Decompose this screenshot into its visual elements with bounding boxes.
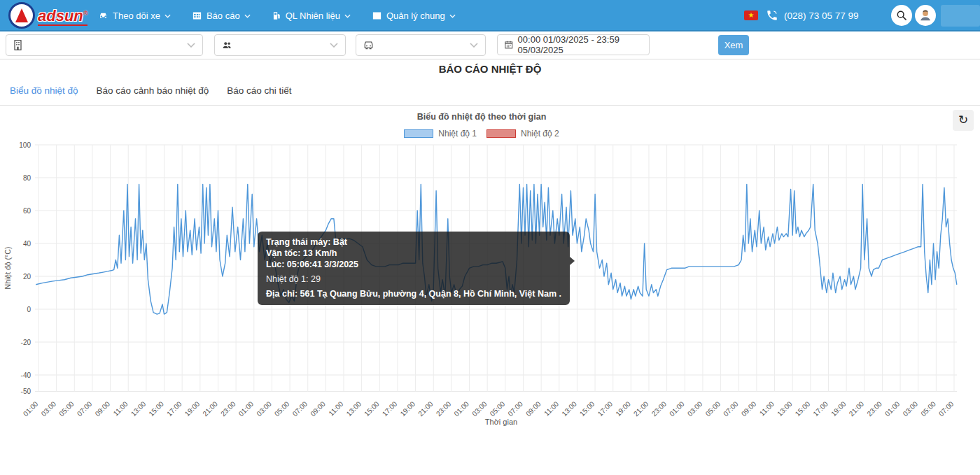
svg-text:0: 0 xyxy=(27,306,31,313)
svg-text:100: 100 xyxy=(19,141,31,149)
building-icon xyxy=(13,40,22,50)
svg-text:23:00: 23:00 xyxy=(219,399,237,418)
svg-text:11:00: 11:00 xyxy=(542,399,560,417)
chevron-down-icon xyxy=(164,14,171,18)
svg-text:21:00: 21:00 xyxy=(201,399,219,418)
management-icon xyxy=(372,10,382,21)
date-range-value: 00:00 01/03/2025 - 23:59 05/03/2025 xyxy=(518,34,642,55)
tab-bao-cao-chi-tiet[interactable]: Báo cáo chi tiết xyxy=(227,85,291,96)
svg-text:Thời gian: Thời gian xyxy=(485,418,517,426)
menu-bao-cao[interactable]: Báo cáo xyxy=(192,10,251,21)
tooltip-engine-state: Trạng thái máy: Bật xyxy=(266,236,561,248)
chevron-down-icon xyxy=(470,43,478,48)
svg-text:13:00: 13:00 xyxy=(130,399,148,418)
svg-text:21:00: 21:00 xyxy=(848,399,866,418)
svg-text:03:00: 03:00 xyxy=(686,399,704,418)
search-icon xyxy=(896,10,907,21)
tooltip-time: Lúc: 05:06:41 3/3/2025 xyxy=(266,259,561,270)
adsun-logo[interactable]: adsun® xyxy=(8,2,88,29)
search-button[interactable] xyxy=(891,5,912,26)
vehicle-select[interactable] xyxy=(356,34,486,56)
tab-bao-cao-canh-bao[interactable]: Báo cáo cảnh báo nhiệt độ xyxy=(97,85,209,96)
calendar-icon xyxy=(505,40,513,50)
svg-text:01:00: 01:00 xyxy=(883,399,902,418)
svg-text:40: 40 xyxy=(23,240,31,248)
svg-text:20: 20 xyxy=(23,273,31,281)
svg-text:17:00: 17:00 xyxy=(381,399,399,418)
fuel-icon xyxy=(272,10,281,21)
adsun-logo-icon xyxy=(8,2,35,29)
user-profile-button[interactable] xyxy=(915,5,936,26)
svg-text:23:00: 23:00 xyxy=(435,399,453,418)
svg-text:01:00: 01:00 xyxy=(22,399,40,418)
top-navbar: adsun® Theo dõi xe Báo cáo QL Nhiên liệu… xyxy=(0,0,980,31)
car-icon xyxy=(98,10,108,21)
company-select[interactable] xyxy=(6,34,203,56)
chart-tooltip: Trạng thái máy: Bật Vận tốc: 13 Km/h Lúc… xyxy=(258,232,570,305)
svg-text:11:00: 11:00 xyxy=(327,399,344,417)
page-title: BÁO CÁO NHIỆT ĐỘ xyxy=(0,63,980,75)
brand-name: adsun® xyxy=(38,5,88,26)
svg-text:03:00: 03:00 xyxy=(470,399,489,418)
svg-text:19:00: 19:00 xyxy=(614,399,632,418)
tab-bieu-do-nhiet-do[interactable]: Biểu đồ nhiệt độ xyxy=(10,85,78,96)
menu-label: Quản lý chung xyxy=(386,10,445,21)
svg-text:23:00: 23:00 xyxy=(865,399,883,418)
svg-text:19:00: 19:00 xyxy=(399,399,417,418)
svg-text:05:00: 05:00 xyxy=(273,399,291,418)
svg-text:17:00: 17:00 xyxy=(165,399,183,418)
svg-text:21:00: 21:00 xyxy=(632,399,650,418)
hotline-number[interactable]: (028) 73 05 77 99 xyxy=(784,0,859,31)
svg-text:15:00: 15:00 xyxy=(147,399,165,418)
nav-right-panel[interactable] xyxy=(941,5,980,27)
svg-text:01:00: 01:00 xyxy=(452,399,470,418)
svg-text:11:00: 11:00 xyxy=(758,399,776,417)
svg-text:13:00: 13:00 xyxy=(776,399,794,418)
svg-text:23:00: 23:00 xyxy=(650,399,668,418)
svg-text:07:00: 07:00 xyxy=(937,399,955,418)
users-icon xyxy=(222,41,232,50)
group-select[interactable] xyxy=(214,34,346,56)
tooltip-arrow-icon xyxy=(570,257,575,265)
user-avatar-icon xyxy=(918,8,933,23)
filter-bar: 00:00 01/03/2025 - 23:59 05/03/2025 Xem xyxy=(0,31,980,59)
svg-text:13:00: 13:00 xyxy=(345,399,363,418)
svg-text:09:00: 09:00 xyxy=(740,399,758,418)
chevron-down-icon xyxy=(330,43,338,48)
svg-text:Nhiệt độ (°C): Nhiệt độ (°C) xyxy=(4,247,12,290)
chevron-down-icon xyxy=(187,43,195,48)
svg-text:07:00: 07:00 xyxy=(506,399,524,418)
main-menu: Theo dõi xe Báo cáo QL Nhiên liệu Quản l… xyxy=(98,0,456,31)
svg-text:09:00: 09:00 xyxy=(524,399,542,418)
date-range-picker[interactable]: 00:00 01/03/2025 - 23:59 05/03/2025 xyxy=(497,34,650,55)
view-button[interactable]: Xem xyxy=(718,35,749,55)
report-icon xyxy=(192,10,202,21)
vietnam-flag-icon[interactable]: ★ xyxy=(744,10,758,20)
svg-text:03:00: 03:00 xyxy=(902,399,920,418)
svg-text:05:00: 05:00 xyxy=(704,399,722,418)
svg-text:11:00: 11:00 xyxy=(112,399,130,417)
svg-text:80: 80 xyxy=(23,174,31,182)
svg-text:17:00: 17:00 xyxy=(811,399,830,418)
menu-label: QL Nhiên liệu xyxy=(286,10,340,21)
svg-text:01:00: 01:00 xyxy=(668,399,686,418)
svg-text:05:00: 05:00 xyxy=(919,399,937,418)
svg-text:-40: -40 xyxy=(21,371,31,379)
svg-text:19:00: 19:00 xyxy=(183,399,202,418)
svg-text:21:00: 21:00 xyxy=(416,399,435,418)
svg-text:01:00: 01:00 xyxy=(237,399,255,418)
svg-text:03:00: 03:00 xyxy=(40,399,58,418)
svg-text:09:00: 09:00 xyxy=(94,399,112,418)
svg-text:03:00: 03:00 xyxy=(255,399,273,418)
menu-theo-doi-xe[interactable]: Theo dõi xe xyxy=(98,10,171,21)
report-tabs: Biểu đồ nhiệt độ Báo cáo cảnh báo nhiệt … xyxy=(10,85,292,96)
vehicle-icon xyxy=(363,41,374,50)
registered-mark: ® xyxy=(83,10,88,17)
menu-label: Theo dõi xe xyxy=(113,10,160,21)
svg-text:05:00: 05:00 xyxy=(489,399,507,418)
svg-text:17:00: 17:00 xyxy=(596,399,615,418)
menu-ql-nhien-lieu[interactable]: QL Nhiên liệu xyxy=(272,10,351,21)
tooltip-temperature: Nhiệt độ 1: 29 xyxy=(266,274,561,285)
menu-quan-ly-chung[interactable]: Quản lý chung xyxy=(372,10,456,21)
svg-text:15:00: 15:00 xyxy=(794,399,812,418)
